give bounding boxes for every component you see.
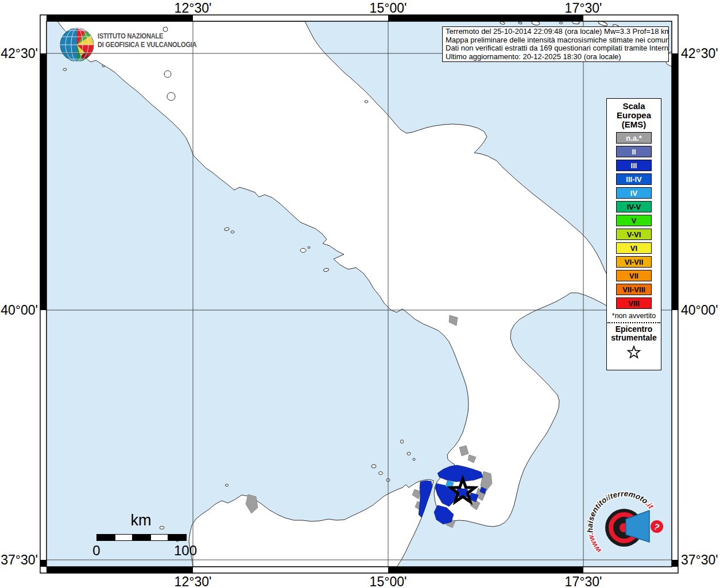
legend-chip-v: V xyxy=(616,215,652,226)
axis-label-top-lon2: 15°00' xyxy=(370,1,407,16)
legend-chip-vii: VII xyxy=(616,270,652,281)
info-line-questionnaires: Dati non verificati estratti da 169 ques… xyxy=(446,44,665,53)
info-line-updated: Ultimo aggiornamento: 20-12-2025 18:30 (… xyxy=(446,53,665,61)
axis-label-right-lat3: 37°30' xyxy=(681,552,718,568)
legend-epicenter-label-line2: strumentale xyxy=(611,334,656,342)
legend-chip-iv: IV xyxy=(616,187,652,199)
axis-label-bottom-lon1: 12°30' xyxy=(175,574,212,588)
axis-label-left-lat1: 42°30' xyxy=(0,46,38,61)
legend-chips: n.a.* II III III-IV IV IV-V V V-VI VI VI… xyxy=(616,132,652,309)
legend-chip-ii: II xyxy=(616,146,652,157)
legend-title-line3: (EMS) xyxy=(622,120,647,129)
legend-chip-vi: VI xyxy=(616,242,652,254)
legend-chip-iii: III xyxy=(616,160,652,171)
legend-chip-viii: VIII xyxy=(616,297,652,309)
legend-title-line1: Scala xyxy=(622,102,645,111)
axis-label-bottom-lon2: 15°00' xyxy=(370,574,407,588)
legend-chip-na: n.a.* xyxy=(616,132,652,144)
info-line-event: Terremoto del 25-10-2014 22:09:48 (ora l… xyxy=(446,28,665,36)
legend-title-line2: Europea xyxy=(617,111,651,120)
legend-divider xyxy=(607,322,660,323)
intensity-legend: Scala Europea (EMS) n.a.* II III III-IV … xyxy=(606,98,661,370)
scalebar-segment xyxy=(133,535,150,540)
legend-chip-iii-iv: III-IV xyxy=(616,173,652,185)
scalebar-segment xyxy=(168,535,186,540)
axis-label-right-lat2: 40°00' xyxy=(681,303,718,318)
legend-chip-vi-vii: VI-VII xyxy=(616,256,652,268)
axis-label-left-lat2: 40°00' xyxy=(0,303,38,318)
scalebar-segment xyxy=(115,535,133,540)
legend-footnote: *non avvertito xyxy=(612,312,656,320)
axis-label-left-lat3: 37°30' xyxy=(0,552,38,568)
legend-chip-v-vi: V-VI xyxy=(616,229,652,240)
scalebar-segment xyxy=(150,535,168,540)
axis-label-right-lat1: 42°30' xyxy=(681,46,718,61)
axis-label-top-lon3: 17°30' xyxy=(565,1,602,16)
legend-epicenter-label-line1: Epicentro xyxy=(616,325,653,334)
legend-chip-vii-viii: VII-VIII xyxy=(616,284,652,295)
ingv-logo-line2: DI GEOFISICA E VULCANOLOGIA xyxy=(98,41,197,49)
ingv-logo-line1: ISTITUTO NAZIONALE xyxy=(98,32,197,41)
scalebar-max-label: 100 xyxy=(172,543,199,559)
map-page: ? www.haisentitoilterremoto.it xyxy=(0,0,720,588)
earthquake-info-box: Terremoto del 25-10-2014 22:09:48 (ora l… xyxy=(442,26,669,62)
ingv-globe-icon xyxy=(60,28,94,61)
legend-chip-iv-v: IV-V xyxy=(616,201,652,212)
info-line-map-type: Mappa preliminare delle intensità macros… xyxy=(446,36,665,45)
scalebar-unit-label: km xyxy=(96,512,185,529)
scalebar-segment xyxy=(97,535,115,540)
axis-label-top-lon1: 12°30' xyxy=(175,1,212,16)
ingv-logo-text: ISTITUTO NAZIONALE DI GEOFISICA E VULCAN… xyxy=(98,32,197,49)
axis-label-bottom-lon3: 17°30' xyxy=(565,574,602,588)
scalebar xyxy=(96,534,187,541)
scalebar-min-label: 0 xyxy=(88,543,105,559)
legend-epicenter-star-icon xyxy=(625,345,642,362)
